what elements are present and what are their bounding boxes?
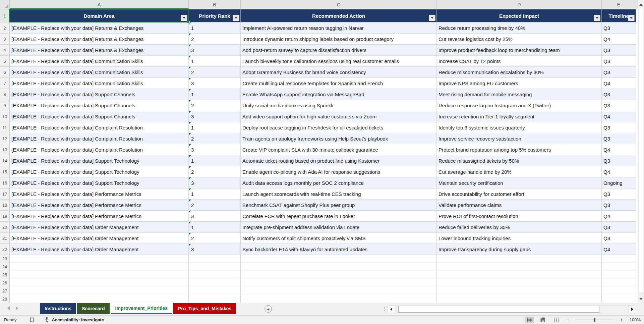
timeline-cell[interactable]: Q3 bbox=[602, 222, 636, 233]
domain-cell[interactable]: [EXAMPLE - Replace with your data] Compl… bbox=[10, 144, 189, 155]
impact-cell[interactable]: Increase retention in Tier 1 loyalty seg… bbox=[437, 111, 602, 122]
rank-cell[interactable]: 1 bbox=[189, 22, 241, 34]
empty-cell[interactable] bbox=[189, 279, 241, 287]
row-header-20[interactable]: 20 bbox=[0, 222, 10, 233]
empty-cell[interactable] bbox=[10, 295, 189, 303]
action-cell[interactable]: Automate ticket routing based on product… bbox=[241, 155, 437, 166]
impact-cell[interactable]: Reduce return processing time by 40% bbox=[437, 22, 602, 34]
rank-cell[interactable]: 2 bbox=[189, 166, 241, 177]
row-header-23[interactable]: 23 bbox=[0, 255, 10, 263]
timeline-cell[interactable]: Q3 bbox=[602, 22, 636, 34]
empty-cell[interactable] bbox=[602, 287, 636, 295]
rank-cell[interactable]: 1 bbox=[189, 155, 241, 166]
impact-cell[interactable]: Improve NPS among EU customers bbox=[437, 78, 602, 89]
row-header-25[interactable]: 25 bbox=[0, 271, 10, 279]
empty-cell[interactable] bbox=[10, 255, 189, 263]
timeline-cell[interactable]: Q4 bbox=[602, 166, 636, 177]
rank-cell[interactable]: 2 bbox=[189, 233, 241, 244]
scroll-up-button[interactable] bbox=[639, 1, 643, 7]
empty-cell[interactable] bbox=[437, 271, 602, 279]
horizontal-scrollbar-thumb[interactable] bbox=[398, 306, 599, 313]
vertical-scrollbar[interactable] bbox=[638, 0, 644, 303]
action-cell[interactable]: Integrate pre-shipment address validatio… bbox=[241, 222, 437, 233]
impact-cell[interactable]: Improve transparency during supply gaps bbox=[437, 244, 602, 255]
row-header-1[interactable]: 1 bbox=[0, 9, 10, 22]
domain-cell[interactable]: [EXAMPLE - Replace with your data] Compl… bbox=[10, 122, 189, 133]
filter-button-recommended-action[interactable] bbox=[429, 15, 435, 21]
impact-cell[interactable]: Meet rising demand for mobile messaging bbox=[437, 89, 602, 100]
impact-cell[interactable]: Drive accountability for customer effort bbox=[437, 188, 602, 200]
header-cell-recommended-action[interactable]: Recommended Action bbox=[241, 9, 437, 22]
domain-cell[interactable]: [EXAMPLE - Replace with your data] Retur… bbox=[10, 45, 189, 56]
zoom-in-button[interactable]: + bbox=[619, 317, 624, 323]
impact-cell[interactable]: Protect brand reputation among top 5% cu… bbox=[437, 144, 602, 155]
action-cell[interactable]: Audit data access logs monthly per SOC 2… bbox=[241, 177, 437, 188]
timeline-cell[interactable]: Q3 bbox=[602, 155, 636, 166]
domain-cell[interactable]: [EXAMPLE - Replace with your data] Perfo… bbox=[10, 211, 189, 222]
empty-cell[interactable] bbox=[241, 263, 437, 271]
normal-view-button[interactable] bbox=[525, 317, 534, 323]
row-header-9[interactable]: 9 bbox=[0, 100, 10, 111]
domain-cell[interactable]: [EXAMPLE - Replace with your data] Suppo… bbox=[10, 155, 189, 166]
empty-cell[interactable] bbox=[10, 263, 189, 271]
row-header-12[interactable]: 12 bbox=[0, 133, 10, 144]
zoom-slider-thumb[interactable] bbox=[594, 318, 595, 322]
row-header-21[interactable]: 21 bbox=[0, 233, 10, 244]
rank-cell[interactable]: 1 bbox=[189, 89, 241, 100]
timeline-cell[interactable]: Q4 bbox=[602, 111, 636, 122]
empty-cell[interactable] bbox=[189, 255, 241, 263]
header-cell-priority-rank[interactable]: Priority Rank bbox=[189, 9, 241, 22]
action-cell[interactable]: Launch bi-weekly tone calibration sessio… bbox=[241, 56, 437, 67]
rank-cell[interactable]: 3 bbox=[189, 45, 241, 56]
tab-splitter-handle[interactable]: ⋮ bbox=[382, 306, 387, 311]
domain-cell[interactable]: [EXAMPLE - Replace with your data] Suppo… bbox=[10, 100, 189, 111]
impact-cell[interactable]: Lower inbound tracking inquiries bbox=[437, 233, 602, 244]
empty-cell[interactable] bbox=[602, 271, 636, 279]
rank-cell[interactable]: 2 bbox=[189, 200, 241, 211]
action-cell[interactable]: Adopt Grammarly Business for brand voice… bbox=[241, 67, 437, 78]
accessibility-status[interactable]: Accessibility: Investigate bbox=[44, 317, 104, 323]
impact-cell[interactable]: Validate performance claims bbox=[437, 200, 602, 211]
timeline-cell[interactable]: Q3 bbox=[602, 233, 636, 244]
row-header-15[interactable]: 15 bbox=[0, 166, 10, 177]
filter-button-priority-rank[interactable] bbox=[233, 15, 239, 21]
page-layout-view-button[interactable] bbox=[539, 317, 547, 323]
empty-cell[interactable] bbox=[241, 295, 437, 303]
rank-cell[interactable]: 1 bbox=[189, 188, 241, 200]
empty-cell[interactable] bbox=[10, 279, 189, 287]
column-letter-C[interactable]: C bbox=[241, 0, 437, 9]
rank-cell[interactable]: 3 bbox=[189, 211, 241, 222]
timeline-cell[interactable]: Q3 bbox=[602, 67, 636, 78]
zoom-level-label[interactable]: 100% bbox=[629, 317, 641, 322]
domain-cell[interactable]: [EXAMPLE - Replace with your data] Perfo… bbox=[10, 200, 189, 211]
row-header-17[interactable]: 17 bbox=[0, 188, 10, 200]
rank-cell[interactable]: 1 bbox=[189, 122, 241, 133]
empty-cell[interactable] bbox=[241, 271, 437, 279]
tab-instructions[interactable]: Instructions bbox=[40, 303, 76, 314]
timeline-cell[interactable]: Q4 bbox=[602, 211, 636, 222]
zoom-out-button[interactable]: − bbox=[566, 317, 570, 323]
row-header-2[interactable]: 2 bbox=[0, 22, 10, 34]
rank-cell[interactable]: 2 bbox=[189, 100, 241, 111]
rank-cell[interactable]: 2 bbox=[189, 133, 241, 144]
timeline-cell[interactable]: Q3 bbox=[602, 200, 636, 211]
rank-cell[interactable]: 3 bbox=[189, 144, 241, 155]
impact-cell[interactable]: Increase CSAT by 12 points bbox=[437, 56, 602, 67]
action-cell[interactable]: Enable agent co-piloting with Ada AI for… bbox=[241, 166, 437, 177]
empty-cell[interactable] bbox=[241, 287, 437, 295]
impact-cell[interactable]: Reduce misassigned tickets by 50% bbox=[437, 155, 602, 166]
row-header-28[interactable]: 28 bbox=[0, 295, 10, 303]
action-cell[interactable]: Add post-return survey to capture dissat… bbox=[241, 45, 437, 56]
impact-cell[interactable]: Cut average handle time by 20% bbox=[437, 166, 602, 177]
impact-cell[interactable]: Cut reverse logistics cost by 25% bbox=[437, 34, 602, 45]
empty-cell[interactable] bbox=[189, 287, 241, 295]
impact-cell[interactable]: Identify top 3 systemic issues quarterly bbox=[437, 122, 602, 133]
domain-cell[interactable]: [EXAMPLE - Replace with your data] Compl… bbox=[10, 133, 189, 144]
domain-cell[interactable]: [EXAMPLE - Replace with your data] Commu… bbox=[10, 67, 189, 78]
empty-cell[interactable] bbox=[241, 255, 437, 263]
impact-cell[interactable]: Reduce response lag on Instagram and X (… bbox=[437, 100, 602, 111]
action-cell[interactable]: Sync backorder ETA with Klaviyo for auto… bbox=[241, 244, 437, 255]
rank-cell[interactable]: 1 bbox=[189, 222, 241, 233]
timeline-cell[interactable]: Ongoing bbox=[602, 177, 636, 188]
empty-cell[interactable] bbox=[189, 263, 241, 271]
